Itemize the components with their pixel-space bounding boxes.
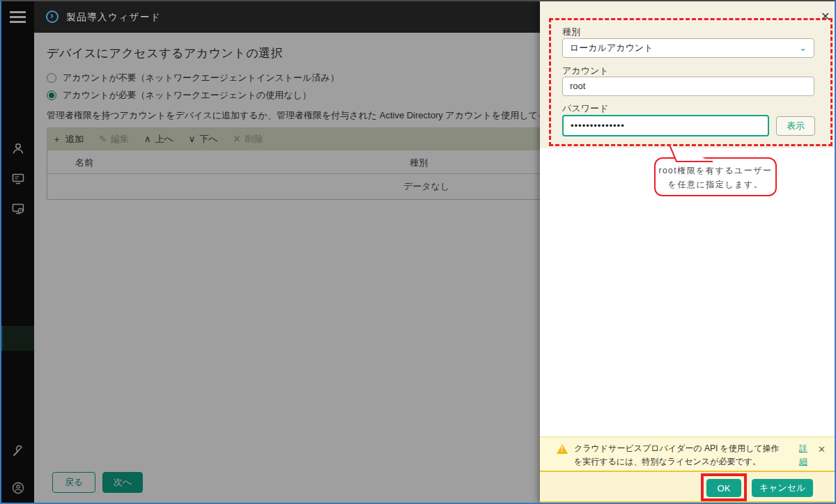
wizard-icon	[46, 10, 59, 23]
radio-account-not-required[interactable]: アカウントが不要（ネットワークエージェントインストール済み）	[47, 71, 339, 85]
move-up-button[interactable]: ∧ 上へ	[144, 133, 173, 145]
wizard-footer: 戻る 次へ	[52, 472, 143, 493]
license-warning: クラウドサービスプロバイダーの API を使用して操作を実行するには、特別なライ…	[540, 436, 836, 472]
warning-text: クラウドサービスプロバイダーの API を使用して操作を実行するには、特別なライ…	[574, 442, 784, 468]
radio-icon[interactable]	[47, 73, 56, 83]
tools-icon[interactable]	[11, 444, 25, 458]
details-link[interactable]: 詳細	[799, 442, 809, 468]
radio-label: アカウントが不要（ネットワークエージェントインストール済み）	[63, 72, 339, 84]
sidebar	[1, 1, 34, 503]
accounts-toolbar: ＋ 追加 ✎ 編集 ∧ 上へ ∨ 下へ ✕ 削除	[47, 127, 540, 150]
back-button[interactable]: 戻る	[52, 472, 95, 493]
wizard-title: 製品導入ウィザード	[66, 11, 161, 24]
table-empty-text: データなし	[47, 174, 540, 199]
column-type[interactable]: 種別	[410, 157, 428, 169]
page-title: デバイスにアクセスするアカウントの選択	[47, 45, 283, 61]
menu-icon[interactable]	[10, 11, 26, 24]
devices-icon[interactable]	[11, 172, 25, 186]
x-icon: ✕	[233, 134, 241, 144]
radio-label: アカウントが必要（ネットワークエージェントの使用なし）	[63, 89, 311, 102]
account-icon[interactable]	[11, 481, 25, 495]
type-select[interactable]: ローカルアカウント ⌄	[562, 38, 814, 58]
next-button[interactable]: 次へ	[102, 472, 143, 493]
modal-overlay	[34, 33, 540, 503]
delete-button[interactable]: ✕ 削除	[233, 133, 263, 145]
app-window: 製品導入ウィザード デバイスにアクセスするアカウントの選択 アカウントが不要（ネ…	[0, 0, 836, 504]
add-button[interactable]: ＋ 追加	[52, 133, 84, 145]
type-label: 種別	[562, 26, 580, 38]
accounts-table: 名前 種別 データなし	[47, 150, 540, 200]
wizard-header: 製品導入ウィザード	[34, 1, 540, 33]
warning-close-icon[interactable]: ✕	[818, 444, 826, 455]
table-header: 名前 種別	[47, 150, 540, 174]
column-name[interactable]: 名前	[75, 157, 93, 169]
users-icon[interactable]	[11, 142, 25, 156]
password-label: パスワード	[562, 102, 608, 115]
description-text: 管理者権限を持つアカウントをデバイスに追加するか、管理者権限を付与された Act…	[47, 109, 540, 122]
pencil-icon: ✎	[99, 134, 107, 144]
show-password-button[interactable]: 表示	[776, 116, 815, 136]
annotation-callout: root権限を有するユーザー を任意に指定します。	[654, 157, 777, 196]
chevron-up-icon: ∧	[144, 134, 151, 144]
account-label: アカウント	[562, 65, 609, 77]
sidebar-item-selected[interactable]	[1, 326, 34, 351]
account-panel: ✕ 種別 ローカルアカウント ⌄ アカウント root パスワード ••••••…	[540, 1, 836, 503]
radio-icon-checked[interactable]	[47, 90, 56, 100]
chevron-down-icon: ⌄	[799, 39, 807, 57]
edit-button[interactable]: ✎ 編集	[99, 133, 129, 145]
device-settings-icon[interactable]	[11, 202, 25, 216]
panel-footer: OK キャンセル	[540, 472, 836, 503]
move-down-button[interactable]: ∨ 下へ	[189, 133, 218, 145]
chevron-down-icon: ∨	[189, 134, 196, 144]
warning-icon	[557, 444, 568, 454]
plus-icon: ＋	[52, 133, 61, 145]
close-icon[interactable]: ✕	[821, 10, 830, 23]
password-input[interactable]: ••••••••••••••	[562, 115, 769, 136]
wizard-main: デバイスにアクセスするアカウントの選択 アカウントが不要（ネットワークエージェン…	[34, 33, 540, 503]
radio-account-required[interactable]: アカウントが必要（ネットワークエージェントの使用なし）	[47, 88, 311, 102]
ok-button[interactable]: OK	[706, 479, 741, 497]
account-input[interactable]: root	[562, 77, 814, 96]
cancel-button[interactable]: キャンセル	[752, 479, 813, 497]
